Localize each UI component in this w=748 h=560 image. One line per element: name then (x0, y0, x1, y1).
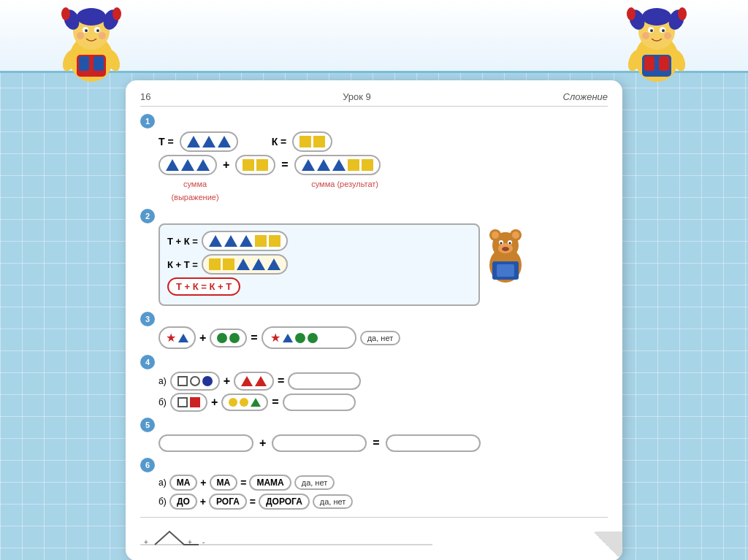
svg-point-39 (492, 231, 499, 239)
ex6a-label: а) (159, 477, 167, 488)
page-number: 16 (140, 91, 150, 102)
circ-g2 (229, 333, 240, 343)
commutativity-law: Т + К = К + Т (167, 277, 240, 296)
svg-point-3 (61, 7, 70, 20)
svg-point-46 (509, 242, 511, 245)
exercise-6-num: 6 (140, 458, 155, 472)
ex4b-answer[interactable] (283, 394, 356, 411)
square-1 (299, 136, 311, 147)
tri-r1 (302, 159, 315, 171)
svg-point-45 (500, 242, 503, 245)
ex4b-group1 (170, 393, 207, 412)
section-title: Сложение (563, 91, 608, 102)
ex5-blank3[interactable] (386, 434, 481, 452)
tri-r3 (332, 159, 346, 171)
plus3: + (199, 331, 206, 345)
k-value-box (292, 131, 332, 152)
svg-point-47 (502, 247, 509, 251)
tri-s2 (181, 159, 194, 171)
kt-label: К + Т = (167, 259, 198, 270)
ma-word-2: МА (210, 475, 238, 491)
svg-rect-33 (659, 56, 669, 71)
bear-decoration (482, 225, 530, 283)
circ-y2 (240, 398, 248, 407)
ex2-row1: Т + К = (167, 231, 471, 251)
yes-no-3[interactable]: да, нет (360, 331, 401, 345)
ex3-row: ★ + = ★ да, нет (159, 326, 608, 349)
ex5-blank1[interactable] (159, 434, 253, 452)
exercise-5-num: 5 (140, 418, 155, 432)
svg-point-10 (96, 29, 99, 32)
mama-word: МАМА (249, 475, 291, 491)
doroga-word: ДОРОГА (259, 494, 310, 510)
t5 (252, 258, 265, 270)
do-word: ДО (169, 494, 197, 510)
t4 (237, 258, 250, 270)
ex4a-answer[interactable] (288, 372, 361, 390)
equals-sign: = (281, 158, 288, 172)
yes-no-6a[interactable]: да, нет (294, 475, 335, 490)
ex4a-label: а) (159, 376, 167, 386)
t-label: Т = (159, 136, 174, 147)
ex4a-group1 (170, 372, 220, 391)
circ-out1 (190, 376, 200, 386)
yes-no-6b[interactable]: да, нет (313, 494, 354, 509)
svg-point-5 (112, 7, 121, 20)
t2 (224, 235, 237, 247)
sq-s2 (256, 159, 268, 171)
circ-g4 (308, 333, 318, 343)
ex1-equation-row: Т = К = (159, 131, 608, 152)
plus6a: + (200, 477, 206, 488)
eq3: = (251, 331, 257, 345)
svg-rect-32 (644, 56, 654, 71)
eq4b: = (272, 396, 278, 409)
ex4b-row: б) + = (159, 393, 608, 412)
svg-point-23 (678, 7, 687, 20)
exercise-3-num: 3 (140, 312, 155, 326)
t1 (209, 235, 222, 247)
exercise-4: 4 а) + = б) (140, 355, 608, 412)
sum-expression-label: сумма (выражение) (171, 180, 218, 202)
tk-label: Т + К = (167, 236, 198, 247)
exercise-4-num: 4 (140, 355, 155, 369)
tri-red1 (241, 376, 253, 386)
svg-text:-: - (202, 538, 205, 546)
triangle-1 (187, 136, 200, 147)
svg-point-27 (650, 29, 653, 32)
roga-word: РОГА (209, 494, 247, 510)
ex5-row: + = (159, 434, 608, 452)
circ-y1 (229, 398, 237, 407)
sq-red1 (190, 397, 200, 407)
character-right (609, 4, 704, 84)
sq-out1 (178, 376, 188, 386)
svg-text:+: + (144, 538, 148, 546)
svg-point-21 (627, 7, 636, 20)
tri-s3 (196, 159, 210, 171)
star-red-2: ★ (270, 331, 280, 345)
svg-point-9 (85, 29, 88, 32)
ex4b-label: б) (159, 397, 167, 407)
ex2-row2: К + Т = (167, 254, 471, 275)
ex5-blank2[interactable] (272, 434, 367, 452)
sq-out2 (178, 397, 188, 407)
sum-k-box (235, 155, 275, 175)
sq1 (255, 235, 267, 247)
main-container: 16 Урок 9 Сложение 1 Т = К = (110, 80, 638, 538)
ex4a-group2 (234, 372, 274, 391)
circ-g3 (295, 333, 305, 343)
svg-rect-49 (497, 264, 514, 277)
ex2-highlight-row: Т + К = К + Т (167, 277, 471, 296)
t-value-box (180, 131, 238, 152)
triangle-2 (202, 136, 215, 147)
sum-expression-box (159, 155, 217, 175)
circ-blue1 (202, 376, 213, 386)
ex3-group1: ★ (159, 326, 196, 349)
svg-point-29 (642, 32, 649, 39)
exercise-2: 2 (140, 209, 608, 306)
ex6a-row: а) МА + МА = МАМА да, нет (159, 475, 608, 491)
exercise-5: 5 + = (140, 418, 608, 452)
sq3 (209, 258, 221, 270)
svg-point-12 (99, 32, 106, 39)
t6 (267, 258, 280, 270)
ma-word-1: МА (169, 475, 198, 491)
